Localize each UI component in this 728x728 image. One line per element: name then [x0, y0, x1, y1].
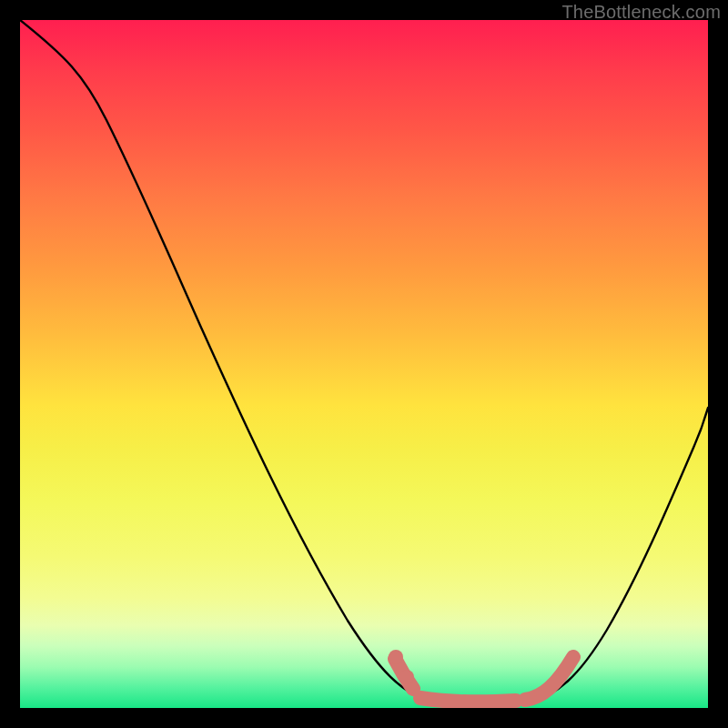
plot-area	[20, 20, 708, 708]
marker-dot	[399, 670, 414, 684]
chart-frame: TheBottleneck.com	[0, 0, 728, 728]
optimal-zone-marker	[395, 657, 573, 702]
watermark-text: TheBottleneck.com	[561, 2, 721, 23]
marker-dot	[389, 650, 403, 664]
bottleneck-curve	[20, 20, 708, 705]
chart-svg	[20, 20, 708, 708]
